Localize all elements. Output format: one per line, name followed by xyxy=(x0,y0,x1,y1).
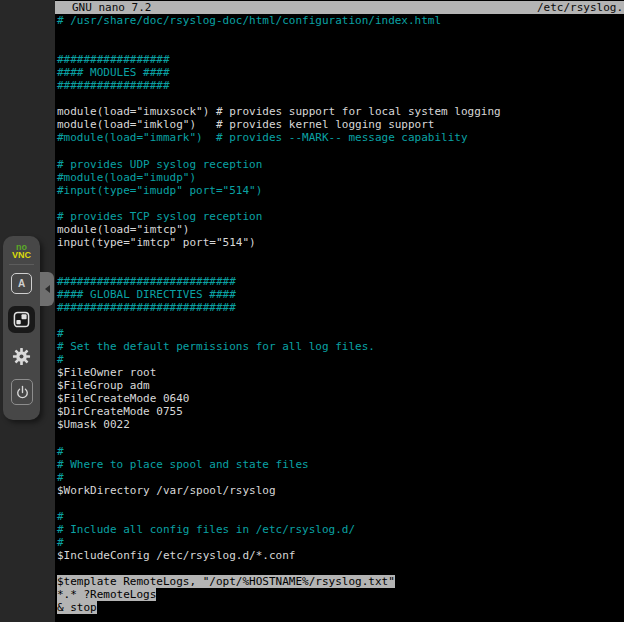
editor-line xyxy=(57,497,624,510)
editor-content[interactable]: # /usr/share/doc/rsyslog-doc/html/config… xyxy=(55,14,624,622)
settings-button[interactable] xyxy=(11,346,32,367)
editor-line: & stop xyxy=(57,601,624,614)
editor-line: module(load="imuxsock") # provides suppo… xyxy=(57,105,624,118)
editor-line: module(load="imtcp") xyxy=(57,223,624,236)
control-bar-handle[interactable] xyxy=(40,272,54,306)
editor-line: # /usr/share/doc/rsyslog-doc/html/config… xyxy=(57,14,624,27)
editor-line xyxy=(57,144,624,157)
extra-keys-button[interactable]: A xyxy=(11,273,32,294)
editor-line: $template RemoteLogs, "/opt/%HOSTNAME%/r… xyxy=(57,575,624,588)
editor-line: ########################### xyxy=(57,275,624,288)
editor-line: # xyxy=(57,353,624,366)
editor-line: #module(load="imudp") xyxy=(57,171,624,184)
editor-line: $DirCreateMode 0755 xyxy=(57,405,624,418)
editor-line: # xyxy=(57,327,624,340)
editor-line: ################# xyxy=(57,79,624,92)
editor-line: # xyxy=(57,536,624,549)
editor-line: $IncludeConfig /etc/rsyslog.d/*.conf xyxy=(57,549,624,562)
editor-line xyxy=(57,92,624,105)
editor-line: #input(type="imudp" port="514") xyxy=(57,184,624,197)
control-bar-divider xyxy=(9,264,34,265)
editor-line xyxy=(57,314,624,327)
power-button[interactable] xyxy=(11,379,33,405)
editor-line xyxy=(57,562,624,575)
fullscreen-icon xyxy=(13,311,30,328)
power-icon xyxy=(14,384,31,401)
editor-line: # xyxy=(57,510,624,523)
editor-line: $FileOwner root xyxy=(57,366,624,379)
editor-line: input(type="imtcp" port="514") xyxy=(57,236,624,249)
editor-line: #module(load="immark") # provides --MARK… xyxy=(57,131,624,144)
editor-line: # xyxy=(57,471,624,484)
editor-line: # Set the default permissions for all lo… xyxy=(57,340,624,353)
novnc-logo: no VNC xyxy=(3,243,40,259)
nano-app-title: GNU nano 7.2 xyxy=(72,1,151,14)
editor-line: # provides UDP syslog reception xyxy=(57,158,624,171)
a-key-icon: A xyxy=(18,278,25,289)
terminal-window[interactable]: GNU nano 7.2 /etc/rsyslog. # /usr/share/… xyxy=(55,0,624,622)
editor-line: $FileGroup adm xyxy=(57,379,624,392)
editor-line: $WorkDirectory /var/spool/rsyslog xyxy=(57,484,624,497)
editor-line xyxy=(57,262,624,275)
editor-line xyxy=(57,249,624,262)
gear-icon xyxy=(12,347,31,366)
editor-line: $FileCreateMode 0640 xyxy=(57,392,624,405)
editor-line xyxy=(57,27,624,40)
editor-line xyxy=(57,40,624,53)
editor-line: module(load="imklog") # provides kernel … xyxy=(57,118,624,131)
editor-line: *.* ?RemoteLogs xyxy=(57,588,624,601)
fullscreen-button[interactable] xyxy=(8,306,35,333)
editor-line xyxy=(57,432,624,445)
nano-file-path: /etc/rsyslog. xyxy=(537,1,623,14)
collapse-arrow-icon xyxy=(45,285,50,293)
editor-line: # Include all config files in /etc/rsysl… xyxy=(57,523,624,536)
editor-line xyxy=(57,197,624,210)
editor-line: #### MODULES #### xyxy=(57,66,624,79)
editor-line: #### GLOBAL DIRECTIVES #### xyxy=(57,288,624,301)
editor-line: $Umask 0022 xyxy=(57,418,624,431)
editor-line: # provides TCP syslog reception xyxy=(57,210,624,223)
editor-line: # Where to place spool and state files xyxy=(57,458,624,471)
editor-line: ################# xyxy=(57,53,624,66)
editor-line: ########################### xyxy=(57,301,624,314)
novnc-logo-bottom: VNC xyxy=(3,251,40,259)
editor-line: # xyxy=(57,445,624,458)
nano-titlebar: GNU nano 7.2 /etc/rsyslog. xyxy=(55,1,624,14)
vnc-control-bar: no VNC A xyxy=(3,236,40,420)
